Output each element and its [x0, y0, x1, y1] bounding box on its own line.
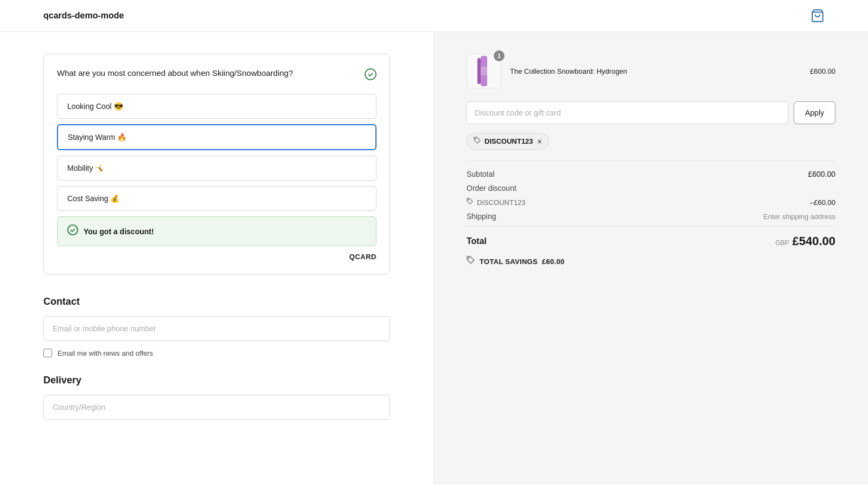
options-list: Looking Cool 😎 Staying Warm 🔥 Mobility 🤸… [57, 94, 376, 211]
savings-icon [467, 256, 475, 267]
svg-point-1 [365, 69, 376, 80]
total-value-group: GBP £540.00 [775, 234, 835, 248]
contact-section: Contact Email me with news and offers [43, 296, 390, 357]
option-mobility[interactable]: Mobility 🤸 [57, 156, 376, 181]
order-item: 1 The Collection Snowboard: Hydrogen £60… [467, 54, 835, 88]
main-layout: What are you most concerned about when S… [0, 32, 868, 485]
snowboard-image [474, 56, 494, 86]
discount-code-icon [467, 198, 474, 207]
totals-section: Subtotal £600.00 Order discount DISCOUNT… [467, 160, 835, 267]
discount-input-row: Apply [467, 101, 835, 124]
apply-button[interactable]: Apply [794, 101, 835, 124]
order-discount-label: Order discount [467, 184, 516, 192]
discount-code-row: DISCOUNT123 –£60.00 [467, 198, 835, 207]
applied-discount-tag: DISCOUNT123 × [467, 133, 549, 150]
subtotal-row: Subtotal £600.00 [467, 170, 835, 178]
right-panel: 1 The Collection Snowboard: Hydrogen £60… [434, 32, 868, 485]
shipping-row: Shipping Enter shipping address [467, 212, 835, 221]
product-name: The Collection Snowboard: Hydrogen [510, 67, 627, 75]
qcard-branding: QCARD [57, 253, 376, 261]
shipping-value: Enter shipping address [763, 213, 835, 221]
svg-rect-5 [481, 67, 487, 75]
total-currency: GBP [775, 239, 789, 247]
delivery-title: Delivery [43, 375, 390, 386]
savings-badge: TOTAL SAVINGS £60.00 [467, 256, 835, 267]
option-cost-saving[interactable]: Cost Saving 💰 [57, 186, 376, 211]
product-info: The Collection Snowboard: Hydrogen [510, 67, 801, 75]
total-label: Total [467, 236, 487, 246]
svg-point-7 [468, 200, 469, 200]
qcard-widget: What are you most concerned about when S… [43, 54, 390, 274]
discount-code-name: DISCOUNT123 [477, 198, 526, 207]
country-input[interactable] [43, 395, 390, 420]
subtotal-value: £600.00 [808, 170, 835, 178]
email-checkbox-label: Email me with news and offers [58, 349, 153, 357]
tag-icon [474, 137, 481, 146]
contact-title: Contact [43, 296, 390, 307]
shipping-label: Shipping [467, 212, 496, 221]
discount-banner: You got a discount! [57, 216, 376, 246]
product-price: £600.00 [810, 67, 835, 75]
delivery-section: Delivery [43, 375, 390, 420]
svg-point-8 [468, 258, 469, 259]
cart-icon[interactable] [810, 9, 825, 23]
order-discount-row: Order discount [467, 184, 835, 192]
savings-value: £60.00 [542, 258, 565, 266]
svg-rect-4 [477, 58, 481, 84]
subtotal-label: Subtotal [467, 170, 494, 178]
total-amount: £540.00 [792, 234, 835, 248]
email-input[interactable] [43, 316, 390, 341]
email-checkbox[interactable] [43, 349, 52, 357]
qcard-header: What are you most concerned about when S… [57, 67, 376, 83]
left-panel: What are you most concerned about when S… [0, 32, 434, 485]
savings-label: TOTAL SAVINGS [480, 258, 538, 266]
email-checkbox-row: Email me with news and offers [43, 349, 390, 357]
applied-code-text: DISCOUNT123 [484, 137, 533, 145]
product-badge: 1 [494, 50, 505, 61]
option-looking-cool[interactable]: Looking Cool 😎 [57, 94, 376, 119]
logo: qcards-demo-mode [43, 11, 124, 21]
svg-point-6 [475, 138, 476, 139]
remove-discount-button[interactable]: × [538, 137, 542, 146]
total-final-row: Total GBP £540.00 [467, 226, 835, 248]
discount-input[interactable] [467, 101, 788, 124]
check-circle-icon [365, 68, 376, 83]
header: qcards-demo-mode [0, 0, 868, 32]
qcard-question: What are you most concerned about when S… [57, 67, 293, 80]
discount-check-icon [67, 224, 78, 238]
discount-amount: –£60.00 [810, 198, 835, 207]
product-image-container: 1 [467, 54, 501, 88]
option-staying-warm[interactable]: Staying Warm 🔥 [57, 124, 376, 150]
svg-point-2 [68, 225, 78, 235]
discount-banner-text: You got a discount! [84, 227, 154, 236]
